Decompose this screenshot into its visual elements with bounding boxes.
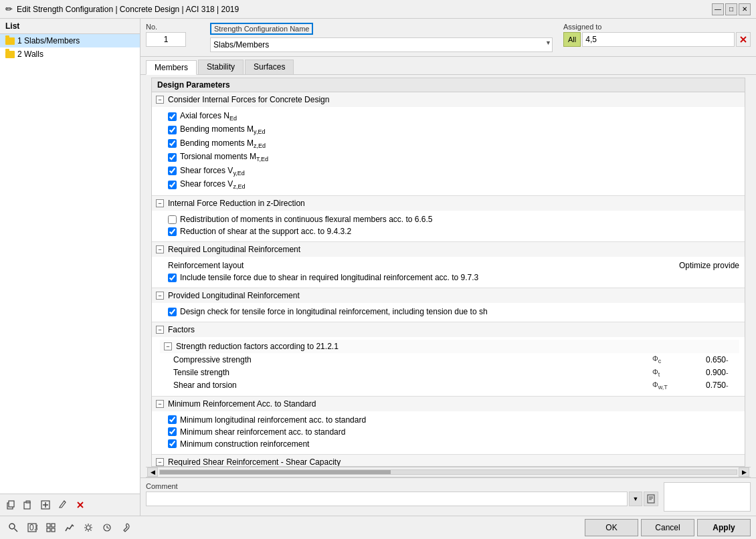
factor-compressive-symbol: Φc [652,354,686,364]
factor-shear-value: 0.750 [686,381,726,390]
scroll-left-button[interactable]: ◀ [147,467,158,477]
all-button[interactable]: All [563,32,581,47]
copy-button[interactable] [3,497,19,513]
section-req-shear-header[interactable]: − Required Shear Reinforcement - Shear C… [152,455,745,466]
assigned-field: Assigned to All [563,23,751,47]
search-tool-button[interactable] [5,520,21,536]
dropdown-arrow-icon[interactable]: ▼ [545,39,551,46]
wrench-tool-button[interactable] [118,520,134,536]
ok-button[interactable]: OK [585,519,638,536]
no-label: No. [146,23,199,31]
collapse-req-long-icon[interactable]: − [156,245,164,253]
section-min-reinf-header[interactable]: − Minimum Reinforcement Acc. to Standard [152,397,745,411]
comment-label: Comment [146,482,658,490]
paste-button[interactable] [20,497,36,513]
tab-members[interactable]: Members [146,60,197,75]
checkbox-bending-my-label: Bending moments My,Ed [180,124,265,135]
checkbox-design-check-input[interactable] [168,308,177,316]
apply-button[interactable]: Apply [697,519,751,536]
left-panel-toolbar [0,494,140,516]
design-scroll[interactable]: − Consider Internal Forces for Concrete … [152,92,745,466]
list-item-walls[interactable]: 2 Walls [0,47,140,61]
close-button[interactable]: ✕ [739,3,751,15]
number-tool-button[interactable]: 0.0 [24,520,40,536]
checkbox-redistribution-input[interactable] [168,215,177,224]
factor-shear: Shear and torsion Φw,T 0.750 - [173,379,739,392]
section-factors-header[interactable]: − Factors [152,322,745,337]
checkbox-min-long-input[interactable] [168,415,177,424]
collapse-reduction-icon[interactable]: − [156,199,164,207]
checkbox-reduction-shear-input[interactable] [168,227,177,236]
collapse-factors-icon[interactable]: − [156,326,164,334]
section-consider-internal-header[interactable]: − Consider Internal Forces for Concrete … [152,92,745,107]
reinf-layout-label: Reinforcement layout [168,261,244,270]
settings-tool-button[interactable] [80,520,96,536]
scroll-track[interactable] [159,469,737,475]
factor-tensile-label: Tensile strength [173,368,652,377]
name-field: Strength Configuration Name ▼ [210,23,553,52]
list-item-slabs[interactable]: 1 Slabs/Members [0,34,140,47]
checkbox-torsional-input[interactable] [168,153,177,162]
no-input[interactable] [146,32,186,47]
factor-compressive-unit: - [726,356,739,364]
factor-shear-label: Shear and torsion [173,381,652,390]
rename-button[interactable] [55,497,71,513]
section-factors-label: Factors [168,325,195,334]
comment-dropdown-button[interactable]: ▼ [629,492,642,506]
checkbox-axial-input[interactable] [168,112,177,121]
scroll-right-button[interactable]: ▶ [739,467,749,477]
comment-input[interactable] [146,492,628,506]
scroll-thumb[interactable] [160,470,391,474]
design-content: Design Parameters − Consider Internal Fo… [151,78,745,467]
svg-rect-19 [47,524,50,527]
checkbox-min-long: Minimum longitudinal reinforcement acc. … [168,414,739,426]
checkbox-shear-vy-input[interactable] [168,167,177,175]
checkbox-redistribution: Redistribution of moments in continuous … [168,213,739,225]
config-header: No. Strength Configuration Name ▼ Assign… [140,19,756,57]
name-input[interactable] [210,37,553,52]
collapse-consider-icon[interactable]: − [156,96,164,104]
checkbox-min-long-label: Minimum longitudinal reinforcement acc. … [180,415,366,425]
checkbox-shear-vz-input[interactable] [168,181,177,189]
minimize-button[interactable]: — [712,3,724,15]
grid-tool-button[interactable] [43,520,59,536]
checkbox-tensile-force-input[interactable] [168,274,177,282]
cancel-button[interactable]: Cancel [641,519,694,536]
collapse-strength-icon[interactable]: − [164,342,172,350]
subsection-strength-reduction-header[interactable]: − Strength reduction factors according t… [160,340,739,353]
svg-text:0.0: 0.0 [29,523,37,532]
folder-icon [5,37,15,45]
assigned-input[interactable] [582,32,735,47]
checkbox-shear-vy: Shear forces Vy,Ed [168,165,739,178]
tab-surfaces[interactable]: Surfaces [245,60,294,74]
checkbox-axial-label: Axial forces NEd [180,111,237,122]
collapse-prov-long-icon[interactable]: − [156,292,164,300]
factor-compressive-label: Compressive strength [173,355,652,364]
delete-button[interactable] [72,497,88,513]
checkbox-min-shear-input[interactable] [168,427,177,436]
checkbox-tensile-force: Include tensile force due to shear in re… [168,272,739,284]
checkbox-min-construct-input[interactable] [168,439,177,448]
clock-tool-button[interactable] [99,520,115,536]
graph-tool-button[interactable] [62,520,78,536]
add-button[interactable] [37,497,54,513]
section-prov-long: − Provided Longitudinal Reinforcement De… [152,288,745,322]
section-req-long-header[interactable]: − Required Longitudinal Reinforcement [152,242,745,257]
checkbox-bending-mz-input[interactable] [168,139,177,148]
list-header: List [0,19,140,34]
collapse-req-shear-icon[interactable]: − [156,458,164,466]
checkbox-bending-my-input[interactable] [168,126,177,134]
checkbox-min-shear: Minimum shear reinforcement acc. to stan… [168,426,739,438]
collapse-min-reinf-icon[interactable]: − [156,400,164,408]
checkbox-shear-vy-label: Shear forces Vy,Ed [180,166,245,177]
assigned-clear-button[interactable] [736,32,751,47]
checkbox-bending-my: Bending moments My,Ed [168,123,739,136]
section-reduction-header[interactable]: − Internal Force Reduction in z-Directio… [152,196,745,211]
checkbox-torsional: Torsional moments MT,Ed [168,150,739,164]
maximize-button[interactable]: □ [725,3,737,15]
checkbox-reduction-shear: Reduction of shear at the support acc. t… [168,225,739,237]
tab-stability[interactable]: Stability [198,60,244,74]
horizontal-scrollbar[interactable]: ◀ ▶ [146,467,751,477]
comment-file-button[interactable] [644,492,658,506]
section-prov-long-header[interactable]: − Provided Longitudinal Reinforcement [152,288,745,303]
